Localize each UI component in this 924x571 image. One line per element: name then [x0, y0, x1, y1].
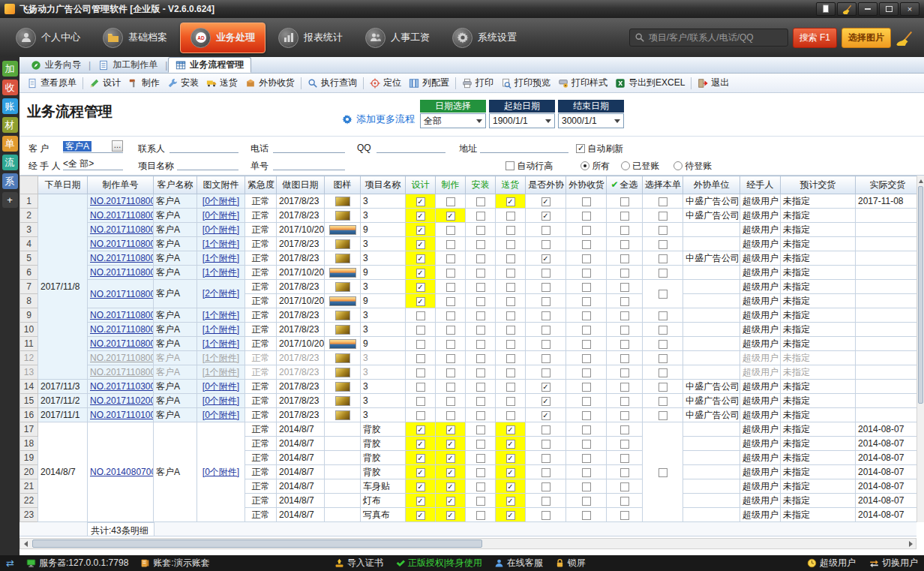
checkbox-install[interactable] — [476, 240, 485, 249]
checkbox-selall[interactable] — [620, 197, 629, 206]
checkbox-selall[interactable] — [620, 254, 629, 263]
checkbox-design[interactable] — [416, 411, 425, 420]
add-flow-link[interactable]: 添加更多流程 — [342, 113, 415, 126]
checkbox-install[interactable] — [476, 297, 485, 306]
date-range-select[interactable]: 全部 — [420, 113, 486, 128]
toolbar-button-make[interactable]: 制作 — [124, 75, 164, 91]
checkbox-outsrc[interactable] — [542, 511, 550, 520]
checkbox-selone[interactable] — [658, 212, 668, 221]
checkbox-design[interactable]: ✓ — [416, 269, 425, 278]
table-row[interactable]: 142017/11/3NO.201711030001客户A[0个附件]正常201… — [20, 380, 917, 394]
order-link[interactable]: NO.201711080007 — [90, 267, 154, 278]
attachment-link[interactable]: [1个附件] — [202, 338, 239, 349]
checkbox-selall[interactable] — [620, 311, 629, 320]
checkbox-outsrc[interactable] — [542, 269, 550, 278]
checkbox-install[interactable] — [476, 482, 485, 491]
copy-icon[interactable] — [816, 2, 836, 16]
toolbar-button-design[interactable]: 设计 — [86, 75, 124, 91]
checkbox-make[interactable]: ✓ — [446, 425, 455, 434]
checkbox-design[interactable]: ✓ — [416, 482, 425, 491]
checkbox-selone[interactable] — [658, 269, 668, 278]
sidebar-item-plus[interactable]: + — [2, 192, 18, 208]
checkbox-design[interactable]: ✓ — [416, 511, 425, 520]
checkbox-deliver[interactable]: ✓ — [506, 482, 515, 491]
checkbox-outsrc[interactable]: ✓ — [542, 383, 550, 392]
col-header-selone[interactable]: 选择本单 — [643, 176, 683, 194]
checkbox-install[interactable] — [476, 397, 485, 406]
checkbox-selone[interactable] — [658, 290, 668, 299]
qq-input[interactable] — [376, 140, 446, 153]
tab-production-order[interactable]: 加工制作单 — [92, 57, 164, 73]
attachment-link[interactable]: [1个附件] — [202, 324, 239, 335]
col-header-company[interactable]: 外协单位 — [683, 176, 740, 194]
table-row[interactable]: 13NO.201711080001客户A[1个附件]正常2017/8/233超级… — [20, 365, 917, 380]
checkbox-outrecv[interactable] — [582, 454, 591, 463]
checkbox-design[interactable]: ✓ — [416, 497, 425, 506]
h-scrollbar[interactable] — [20, 538, 916, 549]
checkbox-outsrc[interactable] — [542, 354, 550, 363]
checkbox-selone[interactable] — [658, 326, 668, 335]
table-row[interactable]: 152017/11/2NO.201711020001客户A[0个附件]正常201… — [20, 394, 917, 408]
checkbox-selone[interactable] — [658, 240, 668, 249]
import-cert-button[interactable]: 导入证书 — [334, 557, 383, 569]
checkbox-design[interactable] — [416, 311, 425, 320]
checkbox-outrecv[interactable] — [582, 468, 591, 477]
checkbox-make[interactable] — [446, 368, 455, 377]
col-header-outrecv[interactable]: 外协收货 — [566, 176, 607, 194]
checkbox-selall[interactable] — [620, 326, 629, 335]
table-row[interactable]: 10NO.201711080004客户A[1个附件]正常2017/8/233超级… — [20, 323, 917, 337]
attachment-link[interactable]: [1个附件] — [202, 353, 239, 363]
checkbox-design[interactable] — [416, 397, 425, 406]
checkbox-selone[interactable] — [658, 411, 668, 420]
order-link[interactable]: NO.201711080001 — [90, 367, 154, 377]
checkbox-install[interactable] — [476, 212, 485, 221]
pick-image-button[interactable]: 选择图片 — [842, 28, 891, 48]
checkbox-selall[interactable] — [620, 454, 629, 463]
checkbox-make[interactable] — [446, 383, 455, 392]
skin-icon[interactable] — [837, 2, 856, 16]
checkbox-design[interactable]: ✓ — [416, 197, 425, 206]
checkbox-selall[interactable] — [620, 226, 629, 235]
checkbox-make[interactable]: ✓ — [446, 497, 455, 506]
scroll-left-icon[interactable] — [20, 539, 31, 548]
checkbox-outrecv[interactable] — [582, 283, 591, 292]
order-link[interactable]: NO.201711080003 — [90, 338, 154, 349]
checkbox-selone[interactable] — [658, 197, 668, 206]
search-button[interactable]: 搜索 F1 — [793, 28, 837, 48]
sidebar-item-flow[interactable]: 流 — [2, 155, 18, 170]
attachment-link[interactable]: [1个附件] — [202, 253, 239, 263]
handler-input[interactable]: <全 部> — [63, 158, 123, 170]
splitter-icon[interactable]: ⇄ — [6, 557, 14, 569]
scroll-up-icon[interactable] — [917, 176, 924, 185]
checkbox-make[interactable] — [446, 269, 455, 278]
lock-screen-button[interactable]: 锁屏 — [555, 557, 586, 569]
checkbox-outsrc[interactable] — [542, 368, 550, 377]
checkbox-outrecv[interactable] — [582, 482, 591, 491]
scroll-right-icon[interactable] — [905, 539, 916, 548]
order-link[interactable]: NO.201711020001 — [90, 395, 154, 406]
col-header-make[interactable]: 制作 — [436, 176, 466, 194]
checkbox-outsrc[interactable] — [542, 226, 550, 235]
checkbox-outrecv[interactable] — [582, 226, 591, 235]
table-row[interactable]: 172014/8/7NO.201408070001客户A[0个附件]正常2014… — [20, 422, 917, 437]
checkbox-outsrc[interactable] — [542, 240, 550, 249]
checkbox-selall[interactable] — [620, 440, 629, 449]
toolbar-button-deliver[interactable]: 送货 — [202, 75, 242, 91]
checkbox-deliver[interactable]: ✓ — [506, 468, 515, 477]
checkbox-selall[interactable] — [620, 497, 629, 506]
toolbar-button-view-original[interactable]: 查看原单 — [23, 75, 80, 91]
sidebar-item-account[interactable]: 账 — [2, 98, 18, 114]
checkbox-make[interactable] — [446, 283, 455, 292]
col-header-no[interactable]: 制作单号 — [88, 176, 154, 194]
checkbox-selall[interactable] — [620, 212, 629, 221]
toolbar-button-outsource-receive[interactable]: 外协收货 — [242, 75, 298, 91]
col-header-urg[interactable]: 紧急度 — [245, 176, 277, 194]
tab-business-flow[interactable]: 业务流程管理 — [168, 57, 251, 73]
checkbox-outsrc[interactable] — [542, 311, 550, 320]
attachment-link[interactable]: [1个附件] — [202, 310, 239, 320]
checkbox-deliver[interactable] — [506, 326, 515, 335]
table-row[interactable]: 2NO.201711080011客户A[0个附件]正常2017/8/233✓✓✓… — [20, 209, 917, 223]
table-row[interactable]: 5NO.201711080008客户A[1个附件]正常2017/8/233✓✓中… — [20, 251, 917, 266]
checkbox-selall[interactable] — [620, 269, 629, 278]
attachment-link[interactable]: [1个附件] — [202, 239, 239, 249]
